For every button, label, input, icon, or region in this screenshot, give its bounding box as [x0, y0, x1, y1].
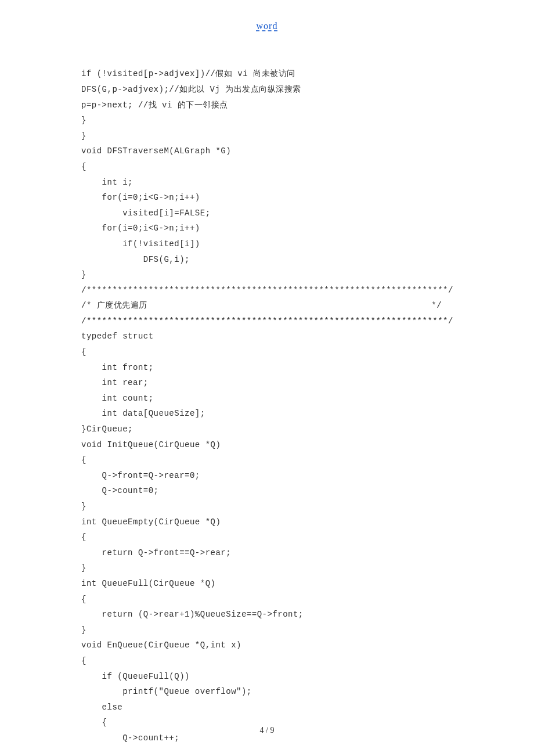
- document-page: word if (!visited[p->adjvex])//假如 vi 尚未被…: [0, 0, 534, 756]
- code-block: if (!visited[p->adjvex])//假如 vi 尚未被访问 DF…: [0, 66, 534, 746]
- page-number: 4 / 9: [0, 723, 534, 739]
- header-link[interactable]: word: [0, 17, 534, 35]
